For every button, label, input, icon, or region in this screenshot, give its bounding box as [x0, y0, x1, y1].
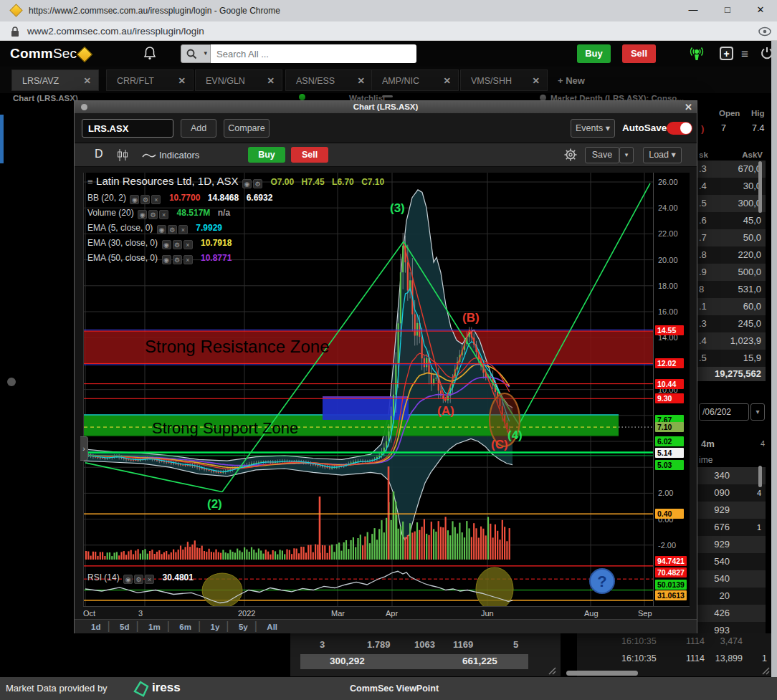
url-text[interactable]: www2.commsec.com.au/iressplugin/login	[27, 26, 204, 37]
indicators-button[interactable]: Indicators	[159, 150, 199, 160]
caret-down-icon: ▾	[204, 49, 207, 57]
workspace-tabs: LRS/AVZ✕ CRR/FLT✕ EVN/GLN✕ ASN/ESS✕ AMP/…	[0, 67, 777, 93]
autosave-toggle[interactable]	[667, 122, 692, 135]
tab-close-icon[interactable]: ✕	[267, 70, 275, 92]
time-tick: Mar	[331, 609, 345, 618]
sales-row[interactable]: 540	[697, 553, 766, 570]
chart-canvas[interactable]: Strong Resistance ZoneStrong Support Zon…	[83, 173, 653, 606]
resize-grip[interactable]	[760, 665, 770, 675]
depth-row[interactable]: 8531,0	[697, 281, 766, 298]
interval-button[interactable]: D	[95, 148, 103, 160]
tab-amp-nic[interactable]: AMP/NIC✕	[371, 69, 459, 91]
sales-row[interactable]: 20	[697, 588, 766, 605]
connection-status-icon[interactable]	[688, 44, 705, 63]
time-tick: Sep	[638, 609, 652, 618]
price-badge: 0.40	[655, 509, 684, 519]
tab-close-icon[interactable]: ✕	[84, 70, 91, 92]
depth-paren-fragment: )	[701, 123, 704, 134]
window-close-icon[interactable]: ✕	[685, 101, 692, 113]
settings-gear-icon[interactable]	[563, 148, 578, 162]
resize-grip[interactable]	[546, 665, 556, 675]
panel-drag-handle[interactable]	[382, 95, 393, 97]
edge-accent	[0, 115, 4, 163]
range-1y[interactable]: 1y	[211, 623, 220, 631]
collapsed-panel-chip[interactable]	[7, 378, 16, 386]
tab-asn-ess[interactable]: ASN/ESS✕	[285, 69, 373, 91]
range-6m[interactable]: 6m	[179, 623, 191, 631]
eye-icon[interactable]	[758, 27, 771, 37]
chart-window-titlebar[interactable]: Chart (LRS.ASX)	[75, 101, 697, 113]
iress-logo-icon	[133, 681, 149, 697]
save-caret-button[interactable]: ▾	[619, 147, 634, 163]
search-scope-button[interactable]: ▾	[181, 44, 211, 63]
close-button[interactable]: ✕	[750, 4, 771, 15]
range-5d[interactable]: 5d	[120, 623, 129, 631]
time-axis[interactable]: Oct32022MarAprJunAugSep	[83, 606, 690, 619]
browser-scrollbar[interactable]	[771, 41, 777, 677]
panel-expander[interactable]: ›	[80, 436, 88, 461]
time-tick: Jun	[481, 609, 494, 618]
depth-row[interactable]: .41,023,9	[697, 332, 766, 350]
load-dropdown[interactable]: Load ▾	[643, 147, 682, 163]
range-1m[interactable]: 1m	[148, 623, 161, 631]
bell-icon[interactable]	[143, 46, 156, 60]
depth-row[interactable]: .645,0	[697, 212, 766, 229]
depth-row[interactable]: .8220,0	[697, 246, 766, 264]
buy-button[interactable]: Buy	[577, 44, 611, 63]
depth-row[interactable]: .430,0	[697, 178, 766, 195]
depth-row[interactable]: .750,0	[697, 229, 766, 246]
sales-row[interactable]: 929	[697, 536, 766, 553]
tab-close-icon[interactable]: ✕	[358, 70, 365, 92]
add-panel-icon[interactable]: +	[720, 47, 733, 60]
tab-evn-gln[interactable]: EVN/GLN✕	[195, 69, 282, 91]
course-of-sales-panel: 16:10:35 1114 3,474 16:10:35 1114 13,899…	[577, 633, 771, 676]
tab-crr-flt[interactable]: CRR/FLT✕	[106, 69, 194, 91]
search-input[interactable]	[211, 44, 416, 63]
browser-titlebar: https://www2.commsec.com.au/iressplugin/…	[0, 0, 777, 21]
chart-buy-button[interactable]: Buy	[248, 147, 285, 163]
tab-lrs-avz[interactable]: LRS/AVZ✕	[11, 69, 99, 91]
sales-scrollbar[interactable]	[758, 466, 762, 487]
tab-vms-shh[interactable]: VMS/SHH✕	[460, 69, 548, 91]
sell-button[interactable]: Sell	[622, 44, 656, 63]
new-tab-button[interactable]: + New	[558, 75, 585, 86]
depth-scrollbar[interactable]	[758, 161, 762, 213]
tab-close-icon[interactable]: ✕	[178, 70, 186, 92]
depth-row[interactable]: .3670,0	[697, 160, 766, 178]
sales-row[interactable]: 6761	[697, 519, 766, 536]
range-5y[interactable]: 5y	[239, 623, 248, 631]
tab-close-icon[interactable]: ✕	[444, 70, 451, 92]
tab-close-icon[interactable]: ✕	[533, 70, 540, 92]
indicators-icon	[142, 152, 156, 159]
sales-row[interactable]: 540	[697, 570, 766, 588]
menu-icon[interactable]: ≡	[741, 47, 749, 62]
price-axis[interactable]: 26.0024.0022.0020.0018.0016.0014.0010.00…	[653, 173, 690, 606]
sales-row[interactable]: 426	[697, 605, 766, 622]
sales-row[interactable]: 0904	[697, 484, 766, 502]
sales-row[interactable]: 929	[697, 502, 766, 519]
compare-button[interactable]: Compare	[224, 119, 270, 138]
candlestick-type-icon[interactable]	[116, 148, 129, 162]
maximize-button[interactable]: □	[717, 4, 738, 15]
depth-row[interactable]: .160,0	[697, 298, 766, 315]
toggle-knob	[680, 123, 692, 134]
depth-4-label: 4	[761, 439, 765, 448]
events-dropdown[interactable]: Events ▾	[571, 119, 615, 138]
range-all[interactable]: All	[267, 623, 277, 631]
iress-wordmark: iress	[152, 681, 181, 695]
horizontal-scrollbar[interactable]	[566, 671, 638, 676]
minimize-button[interactable]: —	[682, 4, 704, 15]
depth-row[interactable]: .5300,0	[697, 195, 766, 212]
range-1d[interactable]: 1d	[91, 623, 100, 631]
symbol-input[interactable]	[82, 119, 173, 138]
depth-row[interactable]: .9500,0	[697, 264, 766, 281]
depth-row[interactable]: .3245,0	[697, 315, 766, 332]
chart-sell-button[interactable]: Sell	[291, 147, 328, 163]
time-column-header: ime	[699, 455, 712, 465]
add-button[interactable]: Add	[181, 119, 216, 138]
date-caret-button[interactable]: ▾	[750, 403, 765, 421]
sales-row[interactable]: 340	[697, 467, 766, 484]
depth-row[interactable]: .515,9	[697, 350, 766, 367]
date-select[interactable]: /06/202	[699, 403, 749, 421]
save-button[interactable]: Save	[585, 147, 619, 163]
